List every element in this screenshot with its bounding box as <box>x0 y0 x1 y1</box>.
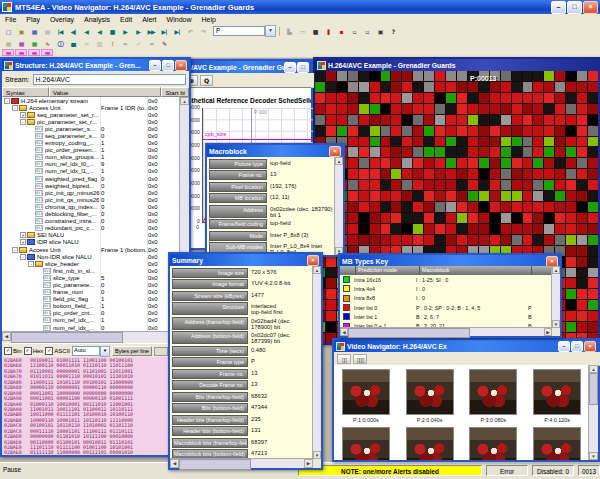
tree-row[interactable]: + SEI NALU 0x0 <box>2 232 184 239</box>
hex-mode-value[interactable]: Auto <box>72 346 100 356</box>
step-forward-icon[interactable]: ▶| <box>158 26 170 36</box>
save-icon[interactable]: ▦ <box>28 26 40 36</box>
thumbnail-scrollbar[interactable]: ▲ ▼ <box>588 365 598 460</box>
video-thumbnail[interactable] <box>406 369 454 415</box>
tree-expander-icon[interactable] <box>28 168 34 174</box>
prediction-mode-header[interactable]: Prediction mode <box>356 266 420 275</box>
video-thumbnail[interactable] <box>469 427 517 460</box>
play-icon[interactable]: ▶ <box>132 26 144 36</box>
tree-row[interactable]: pic_init_qp_minus26 0 0x0 <box>2 189 184 196</box>
hrd-maximize-button[interactable]: □ <box>297 62 309 73</box>
column-header[interactable]: Start bi <box>161 87 189 97</box>
tree-expander-icon[interactable] <box>36 268 42 274</box>
property-label-button[interactable]: Mode <box>209 231 267 241</box>
tree-row[interactable]: num_ref_idx_l0_... 9 0x0 <box>2 161 184 168</box>
scroll-down-icon[interactable]: ▼ <box>552 320 560 328</box>
tree-row[interactable]: bottom_field_... 1 0x0 <box>2 303 184 310</box>
tree-expander-icon[interactable] <box>36 275 42 281</box>
grid-overlay-icon[interactable]: ▦ <box>2 38 14 48</box>
info-overlay-icon[interactable]: ⓘ <box>54 38 66 48</box>
scroll-left-icon[interactable]: ◀ <box>2 332 11 341</box>
scrollbar-thumb[interactable] <box>348 328 470 338</box>
histogram-icon[interactable]: ▙ <box>283 26 295 36</box>
tree-row[interactable]: pic_order_presen... 1 0x0 <box>2 147 184 154</box>
step-back-icon[interactable]: ◀| <box>67 26 79 36</box>
next-alert-icon[interactable]: ↠ <box>145 38 157 48</box>
combo-dropdown-icon[interactable]: ▼ <box>100 346 110 357</box>
tree-row[interactable]: - Access Unit Frame 1 IDR (to... 0x0 <box>2 104 184 111</box>
help-icon[interactable]: ? <box>387 26 399 36</box>
undo-icon[interactable]: ↶ <box>184 26 196 36</box>
tree-expander-icon[interactable]: + <box>20 232 26 238</box>
scrollbar-thumb[interactable] <box>11 332 123 343</box>
property-label-button[interactable]: Frame no. <box>172 369 248 379</box>
video-navigator-title-bar[interactable]: Video Navigator: H.264/AVC Ex – □ × <box>334 340 598 352</box>
scroll-right-icon[interactable]: ▶ <box>544 328 552 336</box>
mb-type-row[interactable]: Intra 4x4 I : 0 <box>340 284 552 293</box>
property-label-button[interactable]: Decode Frame no. <box>172 380 248 390</box>
property-label-button[interactable]: Address (frame/top-field) <box>172 317 248 330</box>
structure-maximize-button[interactable]: □ <box>162 60 174 71</box>
tree-row[interactable]: first_mb_in_sl... 0x0 <box>2 267 184 274</box>
new-view-icon[interactable]: ▣ <box>374 26 386 36</box>
video-thumbnail[interactable] <box>469 369 517 415</box>
macroblock-header[interactable]: Macroblock <box>420 266 532 275</box>
property-label-button[interactable]: Header bits (frame/top-field) <box>172 415 248 425</box>
tree-expander-icon[interactable] <box>28 225 34 231</box>
property-label-button[interactable]: Bits (frame/top-field) <box>172 392 248 402</box>
overlay-style-1-icon[interactable]: ▬ <box>2 49 14 56</box>
tree-expander-icon[interactable] <box>36 282 42 288</box>
video-navigator-window[interactable]: Video Navigator: H.264/AVC Ex – □ × ▯▯▯▯… <box>332 338 600 462</box>
tree-row[interactable]: pic_parameter_s... 0 0x0 <box>2 125 184 132</box>
maximize-button[interactable]: □ <box>567 1 582 14</box>
tree-row[interactable]: + IDR slice NALU 0x0 <box>2 239 184 246</box>
menu-item[interactable]: Analysis <box>79 16 115 23</box>
mb-types-vertical-scrollbar[interactable]: ▲ ▼ <box>551 266 560 328</box>
tree-row[interactable]: + seq_parameter_set_r... 0x0 <box>2 111 184 118</box>
mb-types-horizontal-scrollbar[interactable]: ◀ ▶ <box>340 327 552 336</box>
scroll-down-icon[interactable]: ▼ <box>589 452 598 460</box>
video-thumbnail[interactable] <box>406 427 454 460</box>
tree-expander-icon[interactable] <box>28 126 34 132</box>
clear-alert-icon[interactable]: ✓ <box>132 38 144 48</box>
tree-expander-icon[interactable] <box>28 218 34 224</box>
scroll-right-icon[interactable]: ▶ <box>304 459 313 468</box>
close-button[interactable]: × <box>583 1 598 14</box>
tree-row[interactable]: num_ref_idx_l1_... 1 0x0 <box>2 168 184 175</box>
hex-mode-combo[interactable]: Auto ▼ <box>72 346 110 357</box>
tree-row[interactable]: deblocking_filter_... 0 0x0 <box>2 211 184 218</box>
extra-column-header[interactable] <box>532 266 552 275</box>
copy-icon[interactable]: ▱ <box>80 38 92 48</box>
structure-window[interactable]: Structure: H.264/AVC Example - Gren... –… <box>0 57 191 457</box>
tree-row[interactable]: weighted_pred_flag 0 0x0 <box>2 175 184 182</box>
frame-type-combo[interactable]: P ▼ <box>213 26 276 36</box>
tree-expander-icon[interactable] <box>28 176 34 182</box>
structure-minimize-button[interactable]: – <box>149 60 161 71</box>
tree-row[interactable]: weighted_bipred... 0 0x0 <box>2 182 184 189</box>
scroll-left-icon[interactable]: ◀ <box>170 459 179 468</box>
edit-pen-icon[interactable]: ✎ <box>158 38 170 48</box>
menu-item[interactable]: Alert <box>137 16 161 23</box>
vnav-minimize-button[interactable]: – <box>558 341 570 352</box>
macroblock-window[interactable]: Macroblock × Picture type top-field Fram… <box>205 143 345 257</box>
redo-icon[interactable]: ↷ <box>197 26 209 36</box>
new-file-icon[interactable]: ▢ <box>2 26 14 36</box>
scroll-down-icon[interactable]: ▼ <box>313 451 321 459</box>
print-icon[interactable]: ▤ <box>41 26 53 36</box>
hex-checkbox[interactable]: ✓ <box>24 347 32 355</box>
tree-expander-icon[interactable] <box>28 197 34 203</box>
summary-window[interactable]: Summary × Image size 720 x 576 Image for… <box>168 252 323 470</box>
tree-expander-icon[interactable] <box>28 133 34 139</box>
scroll-left-icon[interactable]: ◀ <box>340 328 348 336</box>
tree-row[interactable]: field_pic_flag 1 0x0 <box>2 296 184 303</box>
minimize-button[interactable]: – <box>551 1 566 14</box>
tree-expander-icon[interactable]: - <box>12 247 18 253</box>
property-label-button[interactable]: Structure <box>172 302 248 315</box>
property-label-button[interactable]: Frame no. <box>209 170 267 180</box>
menu-item[interactable]: Edit <box>115 16 137 23</box>
play-reverse-icon[interactable]: ◀ <box>80 26 92 36</box>
mb-grid-icon[interactable]: ▦ <box>15 38 27 48</box>
tree-expander-icon[interactable] <box>36 310 42 316</box>
tree-row[interactable]: num_slice_groups... 1 0x0 <box>2 154 184 161</box>
stream-input[interactable] <box>33 74 186 85</box>
